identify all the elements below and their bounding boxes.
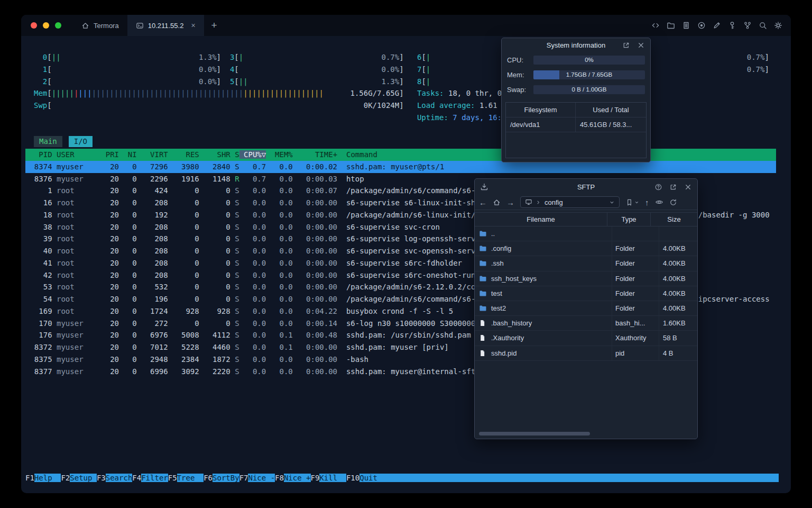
minimize-window-button[interactable] — [43, 22, 49, 29]
file-size: 4.00KB — [659, 271, 697, 286]
file-icon — [479, 334, 487, 342]
tab-termora[interactable]: Termora — [73, 15, 127, 36]
resource-row: Mem:1.75GB / 7.65GB — [502, 67, 650, 82]
file-row[interactable]: test2Folder4.00KB — [475, 301, 697, 316]
horizontal-scrollbar[interactable] — [479, 432, 590, 436]
file-name: sshd.pid — [491, 346, 516, 360]
chevron-down-icon[interactable] — [609, 199, 615, 205]
file-row[interactable]: .. — [475, 226, 697, 241]
file-row[interactable]: .configFolder4.00KB — [475, 241, 697, 256]
window-toolbar — [651, 21, 791, 30]
system-information-titlebar: System information — [502, 38, 650, 52]
htop-tab-io[interactable]: I/O — [69, 136, 93, 147]
download-icon[interactable] — [475, 183, 488, 191]
column-type[interactable]: Type — [607, 213, 651, 226]
traffic-lights — [21, 22, 73, 29]
file-row[interactable]: .bash_historybash_hi...1.60KB — [475, 316, 697, 331]
path-segment: config — [545, 198, 563, 206]
htop-function-key-bar[interactable]: F1Help F2Setup F3SearchF4FilterF5Tree F6… — [25, 473, 779, 484]
folder-icon[interactable] — [667, 21, 675, 30]
file-type: pid — [612, 346, 659, 360]
file-size — [659, 226, 697, 241]
folder-icon — [479, 230, 487, 237]
swap-meter-row: Swp[ 0K/1024M] Load average: 1.61 1.20 0… — [34, 99, 769, 112]
tab-label: Termora — [94, 22, 119, 30]
chevron-down-icon — [634, 200, 639, 205]
tab-ssh-session[interactable]: 10.211.55.2 × — [127, 15, 204, 36]
column-filename[interactable]: Filename — [475, 213, 607, 226]
resource-progress-bar: 0% — [533, 56, 645, 65]
cpu-meter-row: 2[ 0.0%] 5[|| 1.3%] 8[| — [34, 76, 769, 88]
forward-icon[interactable]: → — [506, 198, 514, 206]
screen-record-icon[interactable] — [697, 21, 706, 30]
file-name: .Xauthority — [491, 331, 524, 345]
settings-icon[interactable] — [774, 21, 782, 30]
file-size: 4.00KB — [659, 241, 697, 256]
file-name: .bash_history — [491, 316, 532, 330]
file-icon — [479, 349, 487, 357]
refresh-icon[interactable] — [669, 198, 677, 206]
file-type: Folder — [612, 301, 659, 315]
tab-label: 10.211.55.2 — [148, 22, 184, 30]
file-row[interactable]: .sshFolder4.00KB — [475, 256, 697, 271]
show-hidden-icon[interactable] — [655, 198, 663, 206]
home-icon[interactable] — [493, 198, 501, 206]
process-table-header[interactable]: PID USER PRI NI VIRT RES SHR S CPU%▽ MEM… — [25, 149, 776, 161]
file-size: 4.00KB — [659, 286, 697, 301]
uptime-row: Uptime: 7 days, 16:23:01 — [34, 112, 769, 124]
file-name: test2 — [491, 301, 506, 315]
filesystem-row[interactable]: /dev/vda145.61GB / 58.3... — [506, 117, 646, 132]
file-name: .. — [491, 226, 495, 241]
edit-icon[interactable] — [713, 21, 721, 30]
file-row[interactable]: testFolder4.00KB — [475, 286, 697, 301]
sftp-table-header[interactable]: Filename Type Size — [475, 212, 697, 226]
up-directory-icon[interactable]: ↑ — [645, 198, 649, 206]
folder-icon — [479, 245, 487, 252]
logs-icon[interactable] — [682, 21, 690, 30]
sftp-toolbar: ← → config ↑ — [475, 195, 697, 210]
code-icon[interactable] — [651, 21, 660, 30]
zoom-window-button[interactable] — [55, 22, 61, 29]
file-row[interactable]: .XauthorityXauthority58 B — [475, 331, 697, 346]
resource-label: CPU: — [507, 56, 533, 64]
bookmark-icon[interactable] — [625, 198, 639, 206]
file-name: ssh_host_keys — [491, 271, 537, 286]
htop-tab-main[interactable]: Main — [34, 136, 62, 147]
close-icon[interactable] — [684, 183, 692, 191]
memory-meter-row: Mem[||||||||||||||||||||||||||||||||||||… — [34, 87, 769, 99]
resource-row: Swap:0 B / 1.00GB — [502, 82, 650, 97]
cpu-meter-row: 1[ 0.0%] 4[ 0.0%] 7[| 0.7%] — [34, 64, 769, 76]
git-branch-icon[interactable] — [743, 21, 752, 30]
htop-meters: 0[|| 1.3%] 3[| 0.7%] 6[| 0.7%] 1[ — [34, 51, 769, 124]
path-breadcrumb[interactable]: config — [520, 196, 620, 208]
folder-icon — [479, 275, 487, 282]
column-size[interactable]: Size — [651, 213, 697, 226]
sftp-titlebar: SFTP — [475, 179, 697, 195]
file-row[interactable]: ssh_host_keysFolder4.00KB — [475, 271, 697, 286]
resource-progress-bar: 0 B / 1.00GB — [533, 85, 645, 94]
file-type: Folder — [612, 241, 659, 256]
open-external-icon[interactable] — [669, 183, 677, 191]
close-icon[interactable] — [637, 41, 645, 49]
new-tab-button[interactable]: + — [204, 20, 225, 31]
folder-icon — [479, 305, 487, 312]
file-row[interactable]: sshd.pidpid4 B — [475, 346, 697, 361]
resource-progress-bar: 1.75GB / 7.65GB — [533, 70, 645, 79]
file-type: Xauthority — [612, 331, 659, 345]
file-type: Folder — [612, 256, 659, 270]
file-icon — [479, 319, 487, 327]
close-tab-icon[interactable]: × — [191, 21, 195, 30]
process-row[interactable]: 8374 myuser 20 0 7296 3980 2840 S 0.7 0.… — [25, 161, 776, 173]
file-type: bash_hi... — [612, 316, 659, 330]
system-resource-rows: CPU:0%Mem:1.75GB / 7.65GBSwap:0 B / 1.00… — [502, 52, 650, 97]
file-type: Folder — [612, 271, 659, 286]
back-icon[interactable]: ← — [479, 198, 487, 206]
close-window-button[interactable] — [31, 22, 37, 29]
open-external-icon[interactable] — [622, 41, 630, 49]
computer-icon — [525, 198, 532, 206]
file-name: test — [491, 286, 502, 301]
key-icon[interactable] — [728, 21, 736, 30]
search-icon[interactable] — [759, 21, 767, 30]
help-icon[interactable] — [654, 183, 662, 191]
file-name: .ssh — [491, 256, 504, 270]
